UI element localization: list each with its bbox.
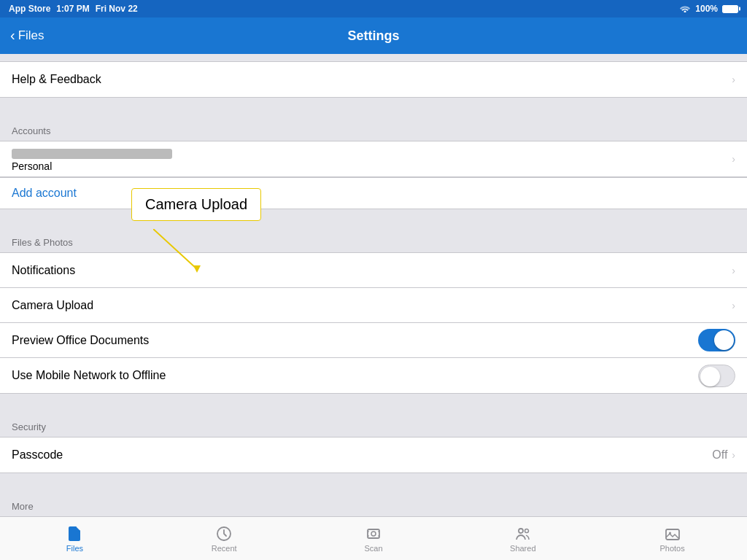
preview-office-row[interactable]: Preview Office Documents (0, 323, 747, 358)
preview-office-toggle[interactable] (698, 329, 735, 351)
security-group: Passcode Off › (0, 437, 747, 473)
help-feedback-label: Help & Feedback (12, 73, 101, 86)
tooltip-callout: Camera Upload (131, 188, 261, 221)
back-button[interactable]: ‹ Files (10, 28, 44, 44)
recent-icon (215, 525, 233, 542)
svg-point-5 (519, 529, 523, 533)
mobile-network-label: Use Mobile Network to Offline (12, 369, 166, 382)
tab-shared[interactable]: Shared (448, 521, 597, 557)
passcode-chevron-icon: › (732, 449, 735, 461)
toggle-thumb-off (700, 367, 720, 386)
tooltip-arrow-svg (153, 229, 241, 273)
security-section-header: Security (0, 408, 747, 437)
tooltip-box: Camera Upload (131, 188, 261, 221)
battery-icon (722, 5, 738, 13)
tab-shared-label: Shared (510, 544, 535, 553)
personal-row[interactable]: Personal › (0, 141, 747, 176)
header: ‹ Files Settings (0, 18, 747, 54)
tab-recent-label: Recent (212, 544, 237, 553)
files-icon (66, 525, 83, 542)
preview-office-label: Preview Office Documents (12, 334, 149, 347)
settings-content: Help & Feedback › Accounts Personal › Ad… (0, 54, 747, 516)
toggle-thumb (714, 330, 734, 350)
passcode-value: Off (712, 448, 727, 462)
tab-scan[interactable]: Scan (299, 521, 449, 557)
svg-marker-1 (193, 265, 201, 273)
notifications-label: Notifications (12, 264, 75, 277)
help-feedback-group: Help & Feedback › (0, 61, 747, 98)
personal-chevron-icon: › (732, 153, 735, 165)
scan-icon (365, 525, 382, 542)
back-label: Files (18, 28, 44, 43)
add-account-label: Add account (12, 187, 77, 200)
svg-rect-3 (368, 529, 379, 538)
tab-files[interactable]: Files (0, 521, 150, 557)
help-feedback-chevron-icon: › (732, 74, 735, 85)
svg-rect-7 (666, 529, 679, 540)
time-label: 1:07 PM (56, 4, 89, 14)
status-left: App Store 1:07 PM Fri Nov 22 (9, 4, 138, 14)
tab-files-label: Files (66, 544, 83, 553)
passcode-value-right: Off › (712, 448, 735, 462)
app-store-label: App Store (9, 4, 50, 14)
personal-label: Personal (12, 160, 172, 172)
tooltip-label: Camera Upload (145, 196, 247, 212)
accounts-section-header: Accounts (0, 112, 747, 141)
svg-point-6 (525, 529, 528, 532)
mobile-network-row[interactable]: Use Mobile Network to Offline (0, 358, 747, 393)
camera-upload-row[interactable]: Camera Upload › (0, 288, 747, 323)
status-right: 100% (679, 4, 738, 14)
more-section-header: More (0, 488, 747, 516)
battery-label: 100% (695, 4, 718, 14)
tab-photos-label: Photos (659, 544, 684, 553)
photos-icon (664, 525, 681, 542)
help-feedback-row[interactable]: Help & Feedback › (0, 62, 747, 97)
passcode-label: Passcode (12, 448, 63, 462)
camera-upload-label: Camera Upload (12, 299, 93, 312)
camera-upload-chevron-icon: › (732, 300, 735, 311)
back-chevron-icon: ‹ (10, 27, 15, 44)
notifications-chevron-icon: › (732, 265, 735, 276)
files-photos-group: Notifications › Camera Upload › Preview … (0, 252, 747, 394)
tab-scan-label: Scan (364, 544, 382, 553)
tab-photos[interactable]: Photos (597, 521, 747, 557)
personal-row-left: Personal (12, 146, 172, 172)
accounts-group: Personal › (0, 141, 747, 177)
mobile-network-toggle[interactable] (698, 365, 735, 387)
account-name-blur (12, 149, 172, 159)
svg-line-0 (153, 229, 197, 269)
files-photos-section-header: Files & Photos (0, 224, 747, 252)
wifi-icon (679, 4, 691, 14)
passcode-row[interactable]: Passcode Off › (0, 438, 747, 472)
tab-bar: Files Recent Scan Shared (0, 516, 747, 560)
date-label: Fri Nov 22 (96, 4, 138, 14)
add-account-row[interactable]: Add account (0, 177, 747, 209)
svg-point-4 (371, 532, 376, 536)
notifications-row[interactable]: Notifications › (0, 253, 747, 288)
status-bar: App Store 1:07 PM Fri Nov 22 100% (0, 0, 747, 18)
page-title: Settings (347, 28, 399, 44)
shared-icon (514, 525, 532, 542)
tab-recent[interactable]: Recent (150, 521, 299, 557)
